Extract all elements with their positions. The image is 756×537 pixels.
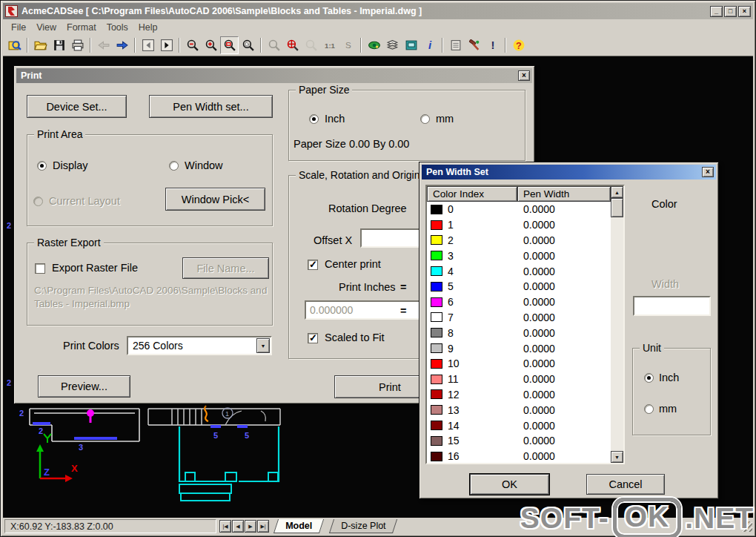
maximize-button[interactable]: □ <box>724 6 737 17</box>
zoom-drag-button[interactable] <box>239 36 257 54</box>
menu-file[interactable]: File <box>7 21 32 34</box>
eye-button[interactable] <box>365 36 383 54</box>
forward-button[interactable] <box>113 36 131 54</box>
pen-width-row[interactable]: 60.0000 <box>427 294 611 310</box>
mm-radio[interactable] <box>420 114 430 124</box>
chevron-down-icon[interactable]: ▼ <box>256 338 270 353</box>
pen-width-row[interactable]: 00.0000 <box>427 202 611 217</box>
info-button[interactable]: i <box>420 36 439 54</box>
offset-x-label: Offset X <box>314 234 352 246</box>
ok-button[interactable]: OK <box>470 474 549 495</box>
export-raster-checkbox[interactable] <box>35 263 45 274</box>
scaled-to-fit-checkbox[interactable] <box>308 333 318 343</box>
pen-width-row[interactable]: 40.0000 <box>427 263 611 279</box>
file-name-button[interactable]: File Name... <box>182 257 269 279</box>
zoom-window-button[interactable] <box>220 36 239 54</box>
tab-next-icon[interactable]: ▶ <box>245 520 256 533</box>
print-dialog-close-icon[interactable]: × <box>518 70 530 81</box>
help-button[interactable]: ? <box>509 36 528 54</box>
menu-tools[interactable]: Tools <box>102 21 134 34</box>
print-dialog-titlebar[interactable]: Print × <box>16 68 532 83</box>
menu-help[interactable]: Help <box>134 21 164 34</box>
pen-width-row[interactable]: 120.0000 <box>427 387 611 403</box>
pen-width-dialog-titlebar[interactable]: Pen Width Set × <box>422 165 716 179</box>
width-input[interactable] <box>633 296 711 316</box>
column-header-pen-width[interactable]: Pen Width <box>517 186 611 202</box>
tab-d-size-plot[interactable]: D-size Plot <box>329 519 398 533</box>
zoom-in-button[interactable] <box>202 36 220 54</box>
print-colors-select[interactable]: 256 Colors ▼ <box>127 336 272 355</box>
color-swatch <box>431 421 442 430</box>
warning-button[interactable]: ! <box>483 36 502 54</box>
tools-button[interactable] <box>465 36 483 54</box>
pen-width-row[interactable]: 150.0000 <box>427 433 611 449</box>
tab-model[interactable]: Model <box>273 519 324 533</box>
width-label: Width <box>651 278 679 290</box>
layers-button[interactable] <box>383 36 402 54</box>
scrollbar-thumb[interactable] <box>611 198 623 217</box>
pen-width-row[interactable]: 100.0000 <box>427 356 611 372</box>
back-button[interactable] <box>94 36 113 54</box>
batch-print-button[interactable] <box>446 36 465 54</box>
pen-width-dialog-close-icon[interactable]: × <box>702 167 714 177</box>
color-index: 6 <box>448 296 454 308</box>
color-swatch <box>431 405 442 415</box>
color-swatch <box>431 266 442 276</box>
pen-width-row[interactable]: 20.0000 <box>427 233 611 248</box>
pen-width-row[interactable]: 80.0000 <box>427 325 611 340</box>
print-button[interactable] <box>68 36 87 54</box>
current-layout-radio[interactable] <box>33 197 43 206</box>
display-radio[interactable] <box>37 161 47 171</box>
open-button[interactable] <box>31 36 50 54</box>
pen-width-row[interactable]: 130.0000 <box>427 402 611 418</box>
tab-first-icon[interactable]: |◀ <box>219 520 231 533</box>
print-inches-input[interactable] <box>305 300 427 320</box>
pen-width-row[interactable]: 90.0000 <box>427 340 611 356</box>
save-button[interactable] <box>50 36 68 54</box>
pen-width-row[interactable]: 10.0000 <box>427 217 611 233</box>
zoom-s-button[interactable]: S <box>339 36 357 54</box>
pen-width-value: 0.0000 <box>523 389 555 401</box>
pen-width-set-button[interactable]: Pen Width set... <box>149 95 273 118</box>
page-prev-button[interactable] <box>139 36 157 54</box>
zoom-extents-button[interactable] <box>283 36 302 54</box>
scrollbar[interactable]: ▲ ▼ <box>611 186 623 463</box>
cancel-button[interactable]: Cancel <box>586 474 665 495</box>
window-pick-button[interactable]: Window Pick< <box>165 188 265 211</box>
unit-inch-radio[interactable] <box>644 373 654 383</box>
pen-width-row[interactable]: 140.0000 <box>427 418 611 433</box>
minimize-button[interactable]: _ <box>710 6 723 17</box>
preview-button[interactable]: Preview... <box>38 375 130 398</box>
preview-button[interactable] <box>5 36 24 54</box>
scroll-up-icon[interactable]: ▲ <box>611 186 623 198</box>
inch-radio[interactable] <box>309 114 319 124</box>
unit-mm-radio[interactable] <box>644 404 654 414</box>
one-to-one-button[interactable]: 1:1 <box>320 36 339 54</box>
toolbar: 1:1Si!? <box>3 35 753 56</box>
zoom-in-icon <box>205 39 218 52</box>
device-set-button[interactable]: Device Set... <box>27 95 127 118</box>
column-header-color-index[interactable]: Color Index <box>427 186 517 202</box>
tab-last-icon[interactable]: ▶| <box>257 520 269 533</box>
pen-width-row[interactable]: 110.0000 <box>427 372 611 387</box>
zoom-scale-button[interactable] <box>302 36 320 54</box>
close-button[interactable]: × <box>738 6 751 17</box>
center-print-checkbox[interactable] <box>308 260 318 270</box>
window-radio[interactable] <box>169 161 179 171</box>
title-bar[interactable]: AcmeCADSee [ C:\Program Files\AutoCAD 20… <box>3 3 753 19</box>
tab-prev-icon[interactable]: ◀ <box>232 520 244 533</box>
menu-format[interactable]: Format <box>62 21 102 34</box>
zoom-prev-button[interactable] <box>265 36 283 54</box>
toolbar-separator <box>27 38 28 53</box>
current-layout-label: Current Layout <box>49 195 120 207</box>
menu-view[interactable]: View <box>32 21 62 34</box>
zoom-out-button[interactable] <box>183 36 202 54</box>
panel-button[interactable] <box>402 36 420 54</box>
warning-icon: ! <box>486 39 500 52</box>
pen-width-row[interactable]: 160.0000 <box>427 449 611 463</box>
pen-width-row[interactable]: 30.0000 <box>427 248 611 263</box>
pen-width-row[interactable]: 50.0000 <box>427 279 611 294</box>
pen-width-row[interactable]: 70.0000 <box>427 310 611 326</box>
scroll-down-icon[interactable]: ▼ <box>611 451 623 463</box>
page-next-button[interactable] <box>157 36 176 54</box>
